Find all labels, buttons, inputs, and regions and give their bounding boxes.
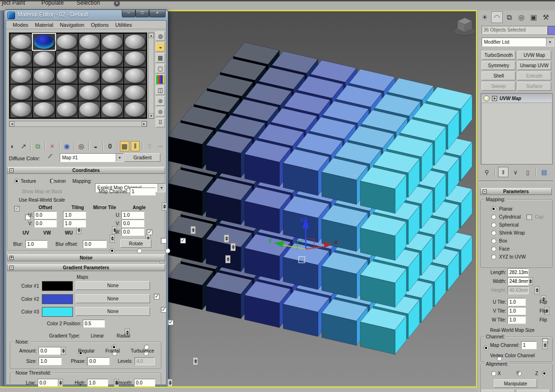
modifier-button-uvw-map[interactable]: UVW Map — [517, 51, 551, 60]
material-sample-slot[interactable] — [56, 68, 78, 84]
cut-button-left[interactable] — [482, 390, 515, 392]
video-color-check-icon[interactable]: ▥ — [156, 75, 165, 84]
modify-tab-icon[interactable]: ◠ — [491, 11, 503, 23]
parameters-rollout-header[interactable]: - Parameters — [480, 188, 552, 195]
phase-field[interactable]: 0.0 — [87, 357, 110, 365]
assign-material-to-selection-icon[interactable]: ⧉ — [33, 141, 43, 151]
get-material-icon[interactable]: ◐ — [8, 141, 17, 151]
amount-spinner[interactable] — [61, 347, 66, 355]
blur-offset-field[interactable]: 0.0 — [83, 240, 107, 248]
uv-radio[interactable] — [110, 248, 115, 253]
map-channel-spinner[interactable] — [162, 203, 167, 211]
show-end-result-toggle-icon[interactable]: ‖ — [498, 167, 508, 177]
mapping-radio-box[interactable] — [491, 238, 496, 243]
reset-map-icon[interactable]: × — [48, 141, 57, 151]
utilities-tab-icon[interactable]: ⚒ — [540, 11, 552, 23]
motion-tab-icon[interactable]: ◎ — [515, 11, 527, 23]
noise-rollout-header[interactable]: + Noise — [7, 254, 165, 261]
align-z-radio[interactable] — [542, 371, 547, 376]
close-button[interactable]: × — [149, 10, 166, 17]
chevron-down-icon[interactable]: ▼ — [158, 184, 165, 192]
make-preview-icon[interactable]: ◫ — [156, 86, 165, 95]
w-tile-field[interactable]: 1.0 — [507, 316, 526, 324]
material-sample-slot[interactable] — [124, 85, 146, 101]
material-sample-slot[interactable] — [56, 51, 78, 67]
material-sample-slot-active[interactable] — [33, 34, 55, 50]
modifier-button-symmetry[interactable]: Symmetry — [482, 61, 515, 70]
cut-button-right[interactable] — [517, 390, 550, 392]
v-tile-checkbox[interactable] — [180, 238, 186, 243]
material-sample-slot[interactable] — [10, 85, 32, 101]
gradient-parameters-header[interactable]: - Gradient Parameters — [7, 264, 165, 271]
hierarchy-tab-icon[interactable]: ⧉ — [503, 11, 515, 23]
map-channel-field[interactable]: 1 — [521, 341, 537, 349]
material-editor-titlebar[interactable]: Material Editor - 02 - Default – □ × — [4, 10, 168, 20]
smooth-spinner[interactable] — [167, 379, 173, 387]
smooth-field[interactable]: 0.0 — [134, 379, 155, 387]
v-mirror-checkbox[interactable] — [161, 238, 166, 243]
high-field[interactable]: 1.0 — [87, 379, 108, 387]
material-sample-slot[interactable] — [124, 68, 146, 84]
material-sample-slot[interactable] — [10, 102, 32, 118]
v-tiling-field[interactable]: 1.0 — [63, 220, 86, 227]
align-x-radio[interactable] — [491, 371, 496, 376]
ribbon-dropdown-icon[interactable]: ▼ — [114, 0, 120, 7]
object-color-swatch[interactable] — [547, 26, 555, 35]
material-sample-slot[interactable] — [10, 34, 32, 50]
map-channel-spinner[interactable] — [542, 341, 547, 349]
scroll-down-icon[interactable]: ▼ — [149, 113, 154, 118]
rotate-button[interactable]: Rotate — [120, 239, 151, 248]
w-angle-spinner[interactable] — [230, 243, 236, 251]
material-sample-slot[interactable] — [33, 102, 55, 118]
material-sample-slot[interactable] — [124, 34, 146, 50]
material-editor-window[interactable]: Material Editor - 02 - Default – □ × Mod… — [4, 9, 168, 386]
color1-map-button[interactable]: None — [76, 281, 150, 290]
material-sample-slot[interactable] — [56, 85, 78, 101]
blur-offset-spinner[interactable] — [225, 255, 230, 263]
make-unique-icon[interactable]: ◎ — [77, 141, 86, 151]
v-angle-spinner[interactable] — [224, 235, 229, 243]
v-tile-field[interactable]: 1.0 — [507, 307, 526, 315]
levels-spinner[interactable] — [193, 357, 198, 365]
color3-map-button[interactable]: None — [76, 307, 150, 316]
pin-stack-icon[interactable]: ⚲ — [482, 167, 492, 177]
v-offset-spinner[interactable] — [110, 235, 115, 243]
scroll-up-icon[interactable]: ▲ — [149, 33, 154, 38]
menu-modes[interactable]: Modes — [13, 22, 28, 28]
map-channel-radio[interactable] — [484, 345, 489, 351]
width-field[interactable]: 248.9mm — [507, 277, 529, 285]
scroll-left-icon[interactable]: ◄ — [9, 121, 15, 126]
map-channel-field[interactable]: 1 — [130, 188, 156, 196]
v-angle-field[interactable]: 0.0 — [121, 220, 144, 227]
u-offset-field[interactable]: 0.0 — [34, 211, 57, 219]
make-material-copy-icon[interactable]: ◉ — [62, 141, 71, 151]
maximize-button[interactable]: □ — [135, 10, 149, 17]
u-angle-field[interactable]: 1.0 — [121, 211, 144, 219]
select-by-material-icon[interactable]: ⊚ — [156, 107, 165, 117]
material-sample-slot[interactable] — [33, 51, 55, 67]
texture-radio[interactable] — [14, 179, 19, 184]
ribbon-tab-selection[interactable]: Selection — [77, 0, 100, 6]
viewcube[interactable] — [453, 18, 476, 35]
mapping-radio-xyz-to-uvw[interactable] — [491, 254, 496, 259]
go-forward-to-sibling-icon[interactable]: ⇨ — [156, 141, 165, 151]
width-spinner[interactable] — [534, 286, 539, 294]
color3-map-checkbox[interactable] — [168, 320, 174, 325]
material-sample-slot[interactable] — [101, 34, 123, 50]
coordinates-header[interactable]: - Coordinates — [7, 167, 165, 174]
modifier-button-shell[interactable]: Shell — [482, 71, 515, 80]
color1-swatch[interactable] — [42, 281, 73, 291]
expand-icon[interactable]: + — [492, 96, 497, 101]
blur-field[interactable]: 1.0 — [25, 240, 48, 248]
size-field[interactable]: 1.0 — [39, 357, 62, 365]
material-id-channel-icon[interactable]: 0 — [105, 141, 115, 151]
slots-vscrollbar[interactable]: ▲ ▼ — [148, 32, 154, 119]
show-end-result-icon[interactable]: ‖ — [131, 141, 140, 151]
length-field[interactable]: 282.13mm — [507, 268, 529, 276]
mapping-radio-face[interactable] — [491, 246, 496, 251]
sample-type-icon[interactable]: ◍ — [156, 31, 165, 41]
put-material-to-scene-icon[interactable]: ↗ — [19, 141, 28, 151]
map-type-button[interactable]: Gradient — [125, 153, 160, 162]
ribbon-tab-populate[interactable]: Populate — [41, 0, 63, 6]
slots-hscrollbar[interactable]: ◄ ► — [9, 121, 147, 127]
